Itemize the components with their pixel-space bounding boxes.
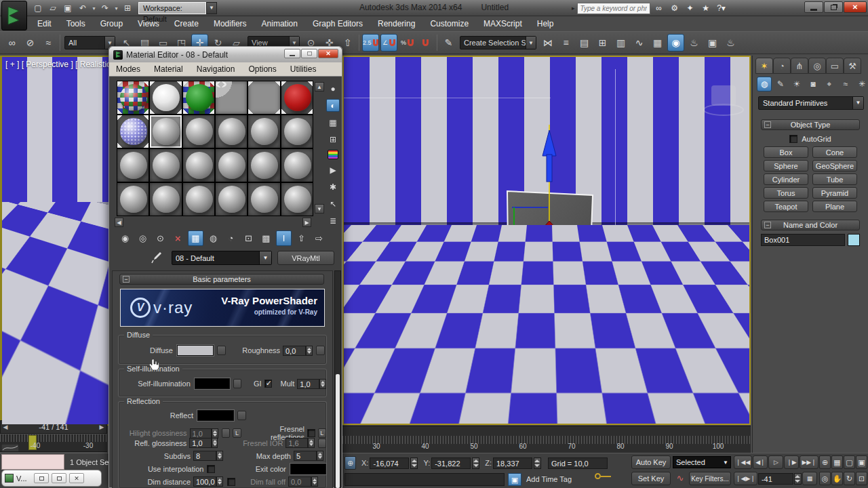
primitive-button-tube[interactable]: Tube (812, 174, 857, 185)
named-selection-set-dropdown[interactable]: Create Selection Se▼ (460, 36, 536, 49)
make-material-copy-icon[interactable]: ◍ (205, 230, 221, 246)
material-slot-19[interactable] (117, 183, 149, 216)
dim-falloff-field[interactable]: 0,0 (288, 476, 311, 487)
category-helpers[interactable]: ⌖ (822, 77, 837, 92)
favorites-star-icon[interactable]: ★ (699, 2, 713, 14)
viewport-label[interactable]: [ + ] [ Perspective ] [ Realistic ] (5, 60, 108, 69)
mini-curve-editor-button[interactable] (1, 444, 19, 452)
category-systems[interactable]: ✳ (854, 77, 868, 92)
material-slot-8[interactable] (150, 115, 181, 148)
restore-button[interactable] (824, 1, 843, 13)
material-slot-10[interactable] (216, 115, 247, 148)
primitive-button-teapot[interactable]: Teapot (764, 201, 808, 212)
undo-dropdown-icon[interactable]: ▾ (91, 2, 97, 14)
tab-display[interactable]: ▭ (826, 58, 844, 74)
material-id-channel-icon[interactable]: ▩ (258, 230, 274, 246)
selection-filter-dropdown[interactable]: All▼ (64, 36, 115, 49)
binoculars-icon[interactable]: ∞ (652, 2, 666, 14)
viewport-left[interactable]: [ + ] [ Perspective ] [ Realistic ] z X (0, 56, 108, 426)
maximize-button[interactable] (301, 49, 317, 58)
category-shapes[interactable]: ✎ (773, 77, 788, 92)
play-icon[interactable]: ▷ (768, 455, 783, 469)
category-geometry[interactable]: ◍ (757, 77, 772, 92)
max-depth-field[interactable]: 5 (294, 451, 317, 461)
pan-hand-icon[interactable]: ✋ (831, 472, 843, 485)
time-configuration-icon[interactable]: ▦ (802, 472, 817, 485)
material-slot-21[interactable] (183, 183, 214, 216)
align-icon[interactable]: ≡ (557, 34, 574, 52)
curve-editor-icon[interactable]: ∿ (631, 34, 648, 52)
roughness-map-button[interactable] (316, 346, 325, 355)
macro-recorder-listener[interactable] (1, 454, 64, 470)
time-tag-icon[interactable]: ▣ (508, 473, 521, 486)
rendered-frame-window-icon[interactable]: ▣ (704, 34, 721, 52)
tab-utilities[interactable]: ⚒ (844, 58, 861, 74)
save-file-icon[interactable]: ▣ (61, 2, 75, 14)
hilight-glossiness-spinner[interactable] (212, 428, 218, 439)
tab-motion[interactable]: ◎ (808, 58, 826, 74)
bind-to-spacewarp-icon[interactable]: ≈ (40, 34, 57, 52)
roughness-field[interactable]: 0,0 (283, 346, 306, 356)
material-map-navigator-icon[interactable]: ≣ (326, 214, 340, 227)
minimized-window-bar[interactable]: V... ✕ (1, 470, 102, 487)
go-to-start-icon[interactable]: ❘◀◀ (734, 455, 752, 469)
show-end-result-icon[interactable]: I (276, 230, 292, 246)
open-file-icon[interactable]: ▱ (46, 2, 60, 14)
restore-button[interactable] (34, 473, 49, 483)
fresnel-ior-map-button[interactable] (318, 439, 326, 448)
material-slot-2[interactable] (150, 81, 181, 114)
material-slot-13[interactable] (117, 149, 149, 182)
go-to-end-icon[interactable]: ▶▶❘ (800, 455, 818, 469)
refl-glossiness-spinner[interactable] (212, 438, 218, 448)
close-button[interactable]: ✕ (318, 49, 338, 58)
dim-distance-checkbox[interactable] (227, 478, 235, 486)
minimize-button[interactable] (804, 1, 823, 13)
menu-help[interactable]: Help (530, 17, 561, 31)
autogrid-checkbox[interactable] (789, 135, 797, 143)
material-slot-1[interactable] (117, 81, 149, 114)
previous-frame-icon[interactable]: ◀❘ (753, 455, 768, 469)
object-name-field[interactable]: Box001 (761, 234, 845, 246)
material-slot-23[interactable] (248, 183, 279, 216)
gi-checkbox[interactable] (264, 380, 273, 388)
sample-uv-tiling-icon[interactable]: ⊞ (326, 133, 340, 146)
mult-spinner[interactable] (319, 379, 326, 389)
primitive-button-box[interactable]: Box (764, 146, 808, 158)
select-and-link-icon[interactable]: ∞ (3, 34, 20, 52)
minimize-button[interactable] (284, 49, 300, 58)
put-material-to-scene-icon[interactable]: ◎ (135, 230, 151, 246)
get-material-icon[interactable]: ◉ (117, 230, 133, 246)
self-illumination-color-swatch[interactable] (195, 378, 230, 389)
y-spinner[interactable] (472, 458, 479, 469)
background-icon[interactable]: ▦ (326, 116, 340, 129)
application-menu-button[interactable] (1, 1, 27, 30)
material-slot-3[interactable] (183, 81, 214, 114)
auto-key-button[interactable]: Auto Key (631, 455, 671, 469)
spinner-snap-icon[interactable] (417, 34, 434, 52)
material-type-button[interactable]: VRayMtl (277, 251, 334, 265)
add-time-tag[interactable]: Add Time Tag (526, 475, 572, 483)
orbit-icon[interactable]: ↻ (844, 472, 855, 485)
material-slot-24[interactable] (281, 183, 313, 216)
communication-center-icon[interactable]: ✦ (684, 2, 697, 14)
menu-rendering[interactable]: Rendering (370, 17, 422, 31)
material-slot-12[interactable] (281, 115, 313, 148)
material-name-dropdown[interactable]: 08 - Default ▼ (172, 251, 272, 265)
refl-glossiness-field[interactable]: 1,0 (189, 438, 212, 448)
material-slot-9[interactable] (183, 115, 214, 148)
search-arrow-icon[interactable]: ▸ (572, 5, 575, 12)
time-slider[interactable]: ◀ -41 / 141 ▶ (0, 420, 107, 434)
selection-set-dropdown[interactable]: Selected▼ (673, 456, 731, 468)
me-menu-utilities[interactable]: Utilities (283, 64, 323, 74)
menu-create[interactable]: Create (167, 17, 206, 31)
key-mode-toggle-icon[interactable]: ❘◀▶❘ (734, 472, 757, 485)
material-slot-22[interactable] (216, 183, 247, 216)
redo-icon[interactable]: ↷ (98, 2, 112, 14)
show-map-in-viewport-icon[interactable]: ▦ (188, 230, 203, 246)
primitive-button-cylinder[interactable]: Cylinder (764, 174, 808, 185)
menu-views[interactable]: Views (130, 17, 167, 31)
key-filters-button[interactable]: Key Filters... (689, 472, 731, 485)
self-illumination-map-button[interactable] (233, 379, 242, 388)
toggle-scene-explorer-icon[interactable]: ▥ (612, 34, 629, 52)
pick-material-icon[interactable] (151, 251, 163, 265)
